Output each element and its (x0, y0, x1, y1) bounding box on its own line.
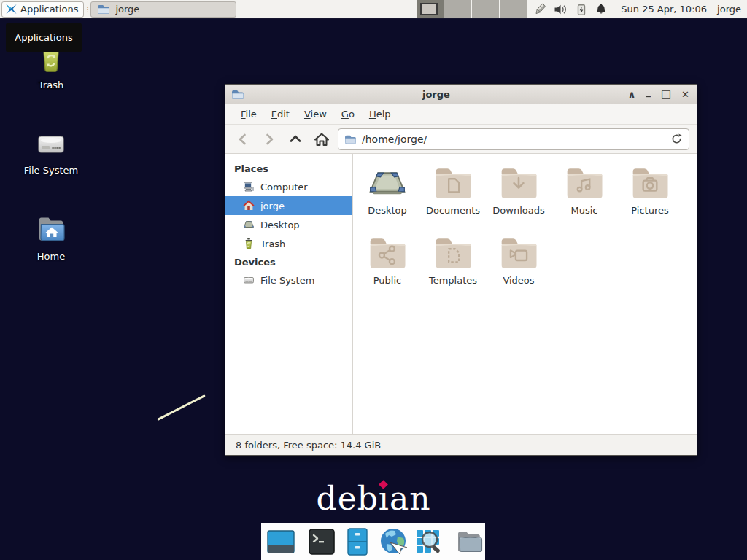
desktop-icon-home[interactable]: Home (16, 212, 86, 262)
location-folder-icon (344, 134, 357, 144)
up-button[interactable] (285, 129, 306, 149)
shade-button[interactable]: ∧ (628, 90, 636, 99)
stray-line-artifact (157, 394, 205, 421)
folder-videos[interactable]: Videos (486, 236, 551, 306)
menubar: File Edit View Go Help (225, 104, 697, 124)
folder-label: Music (571, 205, 598, 216)
app-finder-launcher[interactable] (414, 526, 444, 557)
workspace-window-preview (420, 3, 438, 15)
location-path[interactable]: /home/jorge/ (362, 133, 665, 145)
documents-folder-icon (433, 166, 473, 203)
workspace-3[interactable] (471, 0, 499, 18)
statusbar-text: 8 folders, Free space: 14.4 GiB (236, 440, 381, 451)
window-titlebar[interactable]: jorge ∧ _ □ ✕ (225, 85, 697, 104)
applications-menu-button[interactable]: Applications (1, 1, 84, 18)
workspace-switcher (416, 0, 527, 18)
folder-music[interactable]: Music (551, 166, 617, 236)
location-bar[interactable]: /home/jorge/ (338, 128, 689, 150)
public-folder-icon (367, 236, 408, 273)
battery-icon[interactable] (575, 3, 588, 16)
folder-downloads[interactable]: Downloads (486, 166, 551, 236)
sidebar-item-file-system[interactable]: File System (225, 271, 352, 289)
notifications-icon[interactable] (595, 3, 608, 15)
menu-go[interactable]: Go (335, 106, 361, 122)
maximize-button[interactable]: □ (661, 89, 671, 100)
folder-documents[interactable]: Documents (420, 166, 486, 236)
app-finder-icon (414, 526, 444, 557)
username-label[interactable]: jorge (713, 4, 747, 15)
folder-label: Desktop (368, 205, 407, 216)
menu-edit[interactable]: Edit (265, 106, 296, 122)
drive-icon (34, 126, 69, 161)
folder-templates[interactable]: Templates (420, 236, 486, 306)
folder-label: Downloads (492, 205, 544, 216)
logo-text-post: an (390, 480, 431, 517)
applications-menu-label: Applications (20, 4, 78, 15)
volume-icon[interactable] (554, 3, 568, 16)
sidebar-item-label: Trash (260, 238, 285, 249)
sidebar-item-desktop[interactable]: Desktop (225, 215, 352, 234)
home-button[interactable] (311, 129, 332, 149)
trash-icon (243, 238, 255, 249)
minimize-button[interactable]: _ (646, 87, 651, 96)
taskbar-window-button[interactable]: jorge (90, 1, 236, 18)
home-icon (314, 132, 330, 147)
menu-view[interactable]: View (298, 106, 333, 122)
file-manager-window: jorge ∧ _ □ ✕ File Edit View Go Help /ho… (225, 84, 697, 456)
sidebar-item-trash[interactable]: Trash (225, 234, 352, 253)
back-button[interactable] (233, 129, 253, 149)
panel-right-group: Sun 25 Apr, 10:06 jorge (416, 0, 747, 18)
logo-text-i: ı (379, 480, 390, 517)
directory-menu-button[interactable] (454, 526, 485, 557)
folder-label: Videos (503, 275, 534, 286)
desktop-icon-file-system[interactable]: File System (16, 126, 86, 176)
file-list: Desktop Documents Downloads Music Pictur… (353, 154, 697, 434)
desktop-icon-label: File System (24, 165, 78, 176)
panel-handle[interactable]: ⋮ (84, 6, 90, 13)
reload-button[interactable] (670, 133, 683, 145)
sidebar-item-label: File System (260, 275, 314, 286)
sidebar-item-computer[interactable]: Computer (225, 177, 352, 196)
stylus-icon[interactable] (533, 2, 547, 17)
workspace-2[interactable] (444, 0, 471, 18)
xfce-logo-icon (5, 3, 18, 15)
sidebar: Places Computer jorge Desktop Trash Devi… (225, 154, 353, 434)
clock[interactable]: Sun 25 Apr, 10:06 (615, 4, 713, 15)
logo-text-pre: deb (316, 480, 378, 517)
home-icon (243, 200, 255, 211)
window-title: jorge (244, 89, 628, 100)
music-folder-icon (564, 166, 605, 203)
drive-icon (243, 274, 255, 286)
folder-label: Public (374, 275, 401, 286)
file-manager-launcher[interactable] (342, 526, 373, 557)
terminal-launcher[interactable] (306, 526, 337, 557)
sidebar-item-label: Computer (260, 182, 308, 192)
forward-button[interactable] (259, 129, 279, 149)
folder-desktop[interactable]: Desktop (355, 166, 420, 236)
desktop-icon (243, 219, 255, 230)
up-icon (288, 132, 303, 147)
desktop-icon-label: Trash (39, 79, 63, 90)
folder-label: Templates (429, 275, 477, 286)
menu-file[interactable]: File (234, 106, 263, 122)
system-tray (533, 2, 608, 17)
show-desktop-button[interactable] (266, 526, 296, 557)
folder-pictures[interactable]: Pictures (617, 166, 683, 236)
workspace-1[interactable] (416, 0, 444, 18)
sidebar-item-jorge[interactable]: jorge (225, 196, 352, 215)
tooltip-text: Applications (15, 32, 72, 43)
menu-help[interactable]: Help (363, 106, 398, 122)
close-button[interactable]: ✕ (681, 90, 689, 99)
window-body: Places Computer jorge Desktop Trash Devi… (225, 154, 697, 434)
web-browser-icon (378, 526, 409, 557)
downloads-folder-icon (498, 166, 539, 203)
debian-wallpaper-logo: debıan (0, 480, 747, 517)
pictures-folder-icon (630, 166, 670, 203)
toolbar: /home/jorge/ (225, 124, 697, 154)
statusbar: 8 folders, Free space: 14.4 GiB (225, 434, 697, 455)
web-browser-launcher[interactable] (378, 526, 409, 557)
taskbar-window-label: jorge (115, 4, 139, 15)
folder-public[interactable]: Public (355, 236, 420, 306)
show-desktop-icon (266, 526, 296, 557)
workspace-4[interactable] (499, 0, 527, 18)
